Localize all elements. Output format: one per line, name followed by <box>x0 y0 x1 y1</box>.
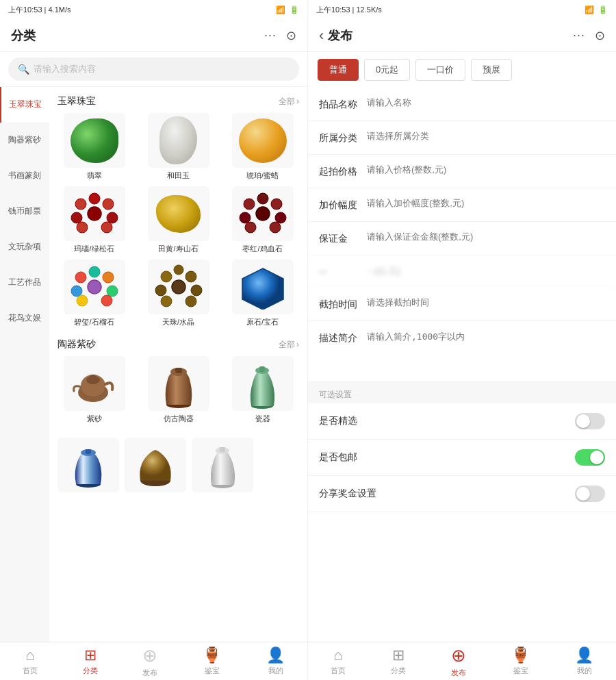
right-nav-category[interactable]: ⊞ 分类 <box>391 646 406 676</box>
toggle-label-free-shipping: 是否包邮 <box>319 451 357 464</box>
form-input-name[interactable] <box>367 97 605 108</box>
left-nav-appraise[interactable]: 🏺 鉴宝 <box>203 646 221 676</box>
form-row-category: 所属分类 <box>308 121 616 155</box>
right-appraise-icon: 🏺 <box>511 646 530 664</box>
left-sidebar: 玉翠珠宝 陶器紫砂 书画篆刻 钱币邮票 文玩杂项 工艺作品 花鸟文娱 <box>0 87 49 642</box>
left-nav-mine[interactable]: 👤 我的 <box>266 646 285 676</box>
tab-normal[interactable]: 普通 <box>318 59 359 81</box>
toggle-free-shipping[interactable] <box>575 449 605 466</box>
right-status-icons: 📶 🔋 <box>585 5 608 14</box>
item-img-extra-2 <box>192 438 253 492</box>
left-panel: 上午10:53 | 4.1M/s 📶 🔋 分类 ··· ⊙ 🔍 请输入搜索内容 … <box>0 0 308 680</box>
left-menu-icon[interactable]: ··· <box>264 28 277 42</box>
left-publish-icon: ⊕ <box>142 645 157 666</box>
sidebar-item-1[interactable]: 陶器紫砂 <box>0 123 49 158</box>
right-nav-appraise[interactable]: 🏺 鉴宝 <box>511 646 530 676</box>
toggle-label-share-bonus: 分享奖金设置 <box>319 488 376 500</box>
item-card-0-8[interactable]: 原石/宝石 <box>223 260 302 327</box>
form-input-increment[interactable] <box>367 198 605 208</box>
toggle-row-featured: 是否精选 <box>308 403 616 440</box>
item-card-0-1[interactable]: 和田玉 <box>139 113 218 181</box>
left-mine-icon: 👤 <box>266 646 285 664</box>
items-grid-1: 紫砂 <box>55 356 302 424</box>
teapot-svg <box>67 360 122 407</box>
left-search-bar: 🔍 请输入搜索内容 <box>0 52 307 87</box>
right-status-bar: 上午10:53 | 12.5K/s 📶 🔋 <box>308 0 616 19</box>
item-label-0-5: 枣红/鸡血石 <box>242 244 282 254</box>
sidebar-item-5[interactable]: 工艺作品 <box>0 265 49 301</box>
right-home-icon: ⌂ <box>333 646 342 664</box>
right-header-title: 发布 <box>328 27 352 44</box>
left-search-input[interactable]: 🔍 请输入搜索内容 <box>8 58 299 81</box>
left-nav-home[interactable]: ⌂ 首页 <box>23 646 38 676</box>
right-nav-publish[interactable]: ⊕ 发布 <box>451 645 466 678</box>
item-card-0-2[interactable]: 琥珀/蜜蜡 <box>223 113 302 181</box>
item-card-0-6[interactable]: 碧玺/石榴石 <box>55 260 133 327</box>
item-card-extra-0[interactable] <box>57 438 119 495</box>
item-card-0-7[interactable]: 天珠/水晶 <box>139 260 218 327</box>
item-label-1-0: 紫砂 <box>87 414 102 424</box>
sidebar-item-2[interactable]: 书画篆刻 <box>0 158 49 194</box>
svg-point-6 <box>101 222 112 233</box>
vase-green-svg <box>240 357 285 410</box>
item-card-0-3[interactable]: 玛瑙/绿松石 <box>55 186 133 254</box>
tabs-row: 普通 0元起 一口价 预展 <box>308 52 616 88</box>
tab-fixed-price[interactable]: 一口价 <box>415 59 465 81</box>
svg-point-29 <box>161 296 172 307</box>
svg-rect-42 <box>259 366 265 372</box>
right-menu-icon[interactable]: ··· <box>573 28 585 42</box>
toggle-featured[interactable] <box>575 413 605 429</box>
right-publish-icon: ⊕ <box>451 645 466 666</box>
form-input-category[interactable] <box>367 131 605 141</box>
tab-zero-start[interactable]: 0元起 <box>364 59 410 81</box>
item-label-0-4: 田黄/寿山石 <box>158 244 198 254</box>
form-input-desc[interactable] <box>367 331 605 372</box>
item-card-1-1[interactable]: 仿古陶器 <box>139 356 218 424</box>
gem-amber-shape <box>239 118 287 163</box>
right-nav-home[interactable]: ⌂ 首页 <box>331 646 346 676</box>
left-header: 分类 ··· ⊙ <box>0 19 307 52</box>
left-bottom-nav: ⌂ 首页 ⊞ 分类 ⊕ 发布 🏺 鉴宝 👤 我的 <box>0 642 307 680</box>
category-all-0[interactable]: 全部 › <box>279 96 299 108</box>
blurred-row: ··· ···(以,元) <box>308 255 616 288</box>
toggle-share-bonus-knob <box>576 487 590 501</box>
right-target-icon[interactable]: ⊙ <box>595 28 605 43</box>
sidebar-item-4[interactable]: 文玩杂项 <box>0 229 49 265</box>
item-card-0-5[interactable]: 枣红/鸡血石 <box>223 186 302 254</box>
item-label-0-0: 翡翠 <box>87 171 102 181</box>
form-input-cutoff[interactable] <box>367 297 605 307</box>
left-nav-publish[interactable]: ⊕ 发布 <box>142 645 157 678</box>
form-row-name: 拍品名称 <box>308 88 616 121</box>
form-input-start-price[interactable] <box>367 164 605 175</box>
svg-point-17 <box>75 272 86 283</box>
sidebar-item-0[interactable]: 玉翠珠宝 <box>0 87 49 123</box>
svg-point-19 <box>71 286 82 297</box>
svg-point-30 <box>185 296 196 307</box>
tab-preview[interactable]: 预展 <box>471 59 512 81</box>
item-card-0-4[interactable]: 田黄/寿山石 <box>139 186 218 254</box>
item-card-extra-1[interactable] <box>125 438 186 495</box>
item-card-0-0[interactable]: 翡翠 <box>55 113 133 181</box>
item-card-1-2[interactable]: 瓷器 <box>223 356 302 424</box>
svg-rect-49 <box>220 447 225 452</box>
item-card-extra-2[interactable] <box>192 438 253 495</box>
left-status-text: 上午10:53 | 4.1M/s <box>8 5 71 15</box>
back-button[interactable]: ‹ 发布 <box>319 27 352 45</box>
form-input-deposit[interactable] <box>367 231 605 242</box>
items-grid-0: 翡翠 和田玉 琥珀/蜜蜡 <box>55 113 302 327</box>
white-vase-svg <box>201 441 245 489</box>
toggle-row-free-shipping: 是否包邮 <box>308 440 616 476</box>
svg-point-8 <box>256 207 270 221</box>
left-nav-category[interactable]: ⊞ 分类 <box>83 646 98 676</box>
toggle-share-bonus[interactable] <box>575 486 605 502</box>
sidebar-item-6[interactable]: 花鸟文娱 <box>0 301 49 336</box>
category-all-1[interactable]: 全部 › <box>279 339 299 351</box>
right-mine-icon: 👤 <box>575 646 593 664</box>
item-label-0-6: 碧玺/石榴石 <box>74 317 114 327</box>
item-card-1-0[interactable]: 紫砂 <box>55 356 133 424</box>
sidebar-item-3[interactable]: 钱币邮票 <box>0 194 49 229</box>
left-target-icon[interactable]: ⊙ <box>286 28 296 43</box>
svg-point-23 <box>89 266 100 277</box>
svg-point-31 <box>174 265 183 275</box>
right-nav-mine[interactable]: 👤 我的 <box>575 646 593 676</box>
